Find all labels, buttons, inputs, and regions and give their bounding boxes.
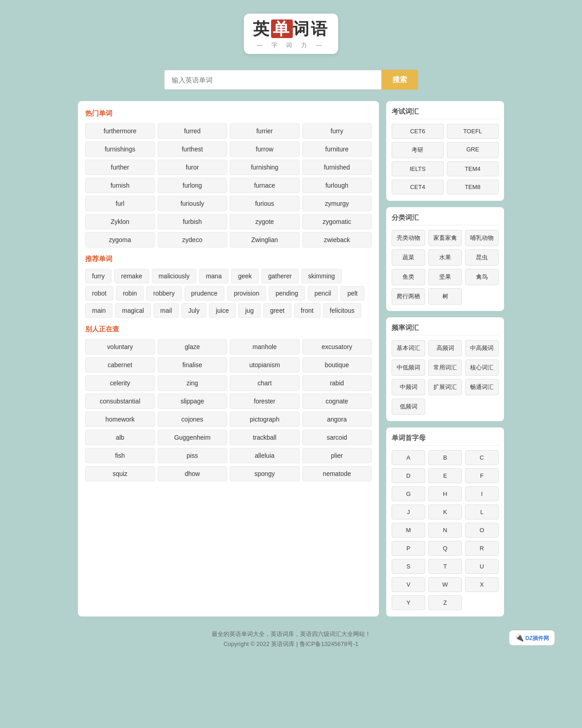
recommended-word-item[interactable]: skimming [301,269,342,283]
hot-word-item[interactable]: Zwinglian [230,232,300,248]
alphabet-letter-item[interactable]: M [392,523,425,538]
alphabet-letter-item[interactable]: N [428,523,462,538]
others-word-item[interactable]: glaze [158,339,228,354]
alphabet-letter-item[interactable]: W [428,577,462,592]
category-vocab-item[interactable]: 鱼类 [392,269,425,285]
hot-word-item[interactable]: further [85,160,155,175]
others-word-item[interactable]: cognate [302,393,372,409]
recommended-word-item[interactable]: greet [263,303,291,318]
recommended-word-item[interactable]: pencil [308,286,338,301]
others-word-item[interactable]: cojones [158,412,228,427]
alphabet-letter-item[interactable]: B [428,450,462,465]
others-word-item[interactable]: alleluia [230,448,300,463]
recommended-word-item[interactable]: maliciously [152,269,196,283]
others-word-item[interactable]: forester [230,393,300,409]
others-word-item[interactable]: spongy [230,466,300,481]
recommended-word-item[interactable]: geek [231,269,258,283]
others-word-item[interactable]: voluntary [85,339,155,354]
hot-word-item[interactable]: furiously [158,196,228,211]
others-word-item[interactable]: rabid [302,375,372,391]
hot-word-item[interactable]: furl [85,196,155,211]
others-word-item[interactable]: excusatory [302,339,372,354]
hot-word-item[interactable]: furlong [158,178,228,193]
alphabet-letter-item[interactable]: X [465,577,499,592]
hot-word-item[interactable]: furrow [230,141,300,157]
exam-vocab-item[interactable]: CET6 [392,124,444,139]
hot-word-item[interactable]: furthest [158,141,228,157]
others-word-item[interactable]: homework [85,412,155,427]
frequency-vocab-item[interactable]: 中频词 [392,379,425,395]
frequency-vocab-item[interactable]: 低频词 [392,398,425,415]
others-word-item[interactable]: squiz [85,466,155,481]
hot-word-item[interactable]: furred [158,123,228,139]
frequency-vocab-item[interactable]: 扩展词汇 [428,379,462,395]
recommended-word-item[interactable]: robot [85,286,113,301]
category-vocab-item[interactable]: 昆虫 [465,249,499,266]
others-word-item[interactable]: pictograph [230,412,300,427]
hot-word-item[interactable]: zymurgy [302,196,372,211]
hot-word-item[interactable]: Zyklon [85,214,155,229]
category-vocab-item[interactable]: 蔬菜 [392,249,425,266]
hot-word-item[interactable]: furthermore [85,123,155,139]
search-button[interactable]: 搜索 [382,70,418,90]
hot-word-item[interactable]: furry [302,123,372,139]
frequency-vocab-item[interactable]: 中高频词 [465,340,499,356]
recommended-word-item[interactable]: furry [85,269,112,283]
frequency-vocab-item[interactable]: 核心词汇 [465,359,499,376]
recommended-word-item[interactable]: July [181,303,206,318]
search-input[interactable] [164,70,382,90]
hot-word-item[interactable]: furlough [302,178,372,193]
alphabet-letter-item[interactable]: P [392,541,425,556]
recommended-word-item[interactable]: gatherer [262,269,299,283]
category-vocab-item[interactable]: 爬行两栖 [392,288,425,305]
category-vocab-item[interactable]: 哺乳动物 [465,230,499,246]
alphabet-letter-item[interactable]: K [428,505,462,519]
others-word-item[interactable]: slippage [158,393,228,409]
hot-word-item[interactable]: furious [230,196,300,211]
exam-vocab-item[interactable]: TEM8 [447,180,499,194]
hot-word-item[interactable]: furrier [230,123,300,139]
alphabet-letter-item[interactable]: I [465,486,499,501]
exam-vocab-item[interactable]: 考研 [392,142,444,158]
alphabet-letter-item[interactable]: L [465,505,499,519]
others-word-item[interactable]: alb [85,430,155,445]
others-word-item[interactable]: celerity [85,375,155,391]
alphabet-letter-item[interactable]: H [428,486,462,501]
recommended-word-item[interactable]: front [294,303,320,318]
others-word-item[interactable]: piss [158,448,228,463]
others-word-item[interactable]: angora [302,412,372,427]
others-word-item[interactable]: finalise [158,357,228,373]
alphabet-letter-item[interactable]: A [392,450,425,465]
exam-vocab-item[interactable]: GRE [447,142,499,158]
others-word-item[interactable]: plier [302,448,372,463]
alphabet-letter-item[interactable]: F [465,468,499,483]
alphabet-letter-item[interactable]: U [465,559,499,574]
exam-vocab-item[interactable]: TEM4 [447,161,499,176]
recommended-word-item[interactable]: pelt [340,286,364,301]
alphabet-letter-item[interactable]: Q [428,541,462,556]
recommended-word-item[interactable]: mail [154,303,179,318]
others-word-item[interactable]: boutique [302,357,372,373]
hot-word-item[interactable]: furnace [230,178,300,193]
others-word-item[interactable]: zing [158,375,228,391]
recommended-word-item[interactable]: jug [238,303,261,318]
frequency-vocab-item[interactable]: 常用词汇 [428,359,462,376]
others-word-item[interactable]: chart [230,375,300,391]
hot-word-item[interactable]: furor [158,160,228,175]
hot-word-item[interactable]: zygomatic [302,214,372,229]
recommended-word-item[interactable]: robbery [146,286,181,301]
exam-vocab-item[interactable]: IELTS [392,161,444,176]
alphabet-letter-item[interactable]: D [392,468,425,483]
others-word-item[interactable]: nematode [302,466,372,481]
hot-word-item[interactable]: zygote [230,214,300,229]
others-word-item[interactable]: fish [85,448,155,463]
category-vocab-item[interactable]: 坚果 [428,269,462,285]
recommended-word-item[interactable]: main [85,303,112,318]
alphabet-letter-item[interactable]: G [392,486,425,501]
recommended-word-item[interactable]: remake [114,269,149,283]
recommended-word-item[interactable]: felicitous [323,303,361,318]
category-vocab-item[interactable]: 水果 [428,249,462,266]
frequency-vocab-item[interactable]: 中低频词 [392,359,425,376]
exam-vocab-item[interactable]: TOEFL [447,124,499,139]
frequency-vocab-item[interactable]: 畅通词汇 [465,379,499,395]
